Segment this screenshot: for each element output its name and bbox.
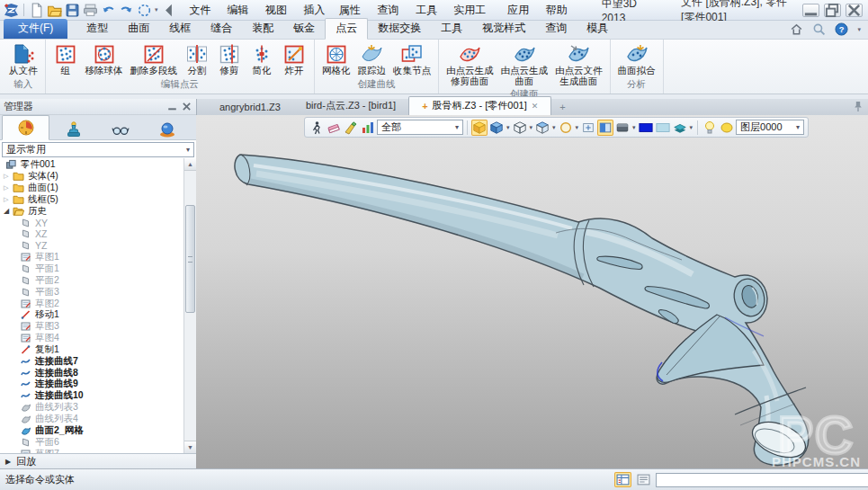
quick-access-dropdown-icon[interactable]: ▾	[155, 6, 158, 13]
ribbon-tab-8[interactable]: 数据交换	[368, 19, 431, 39]
tree-item-6[interactable]: XZ	[0, 228, 196, 240]
replay-section[interactable]: ▶ 回放	[0, 453, 196, 469]
silhouette-button[interactable]	[558, 120, 574, 136]
bulb-button[interactable]	[702, 120, 718, 136]
walkthrough-button[interactable]	[309, 120, 325, 136]
ribbon-tab-10[interactable]: 视觉样式	[472, 19, 535, 39]
paint-button[interactable]	[343, 120, 359, 136]
half-shaded-cube-button[interactable]	[534, 120, 550, 136]
manager-tab-assembly-tab[interactable]	[50, 119, 96, 139]
color-swatch-lightblue-button[interactable]	[655, 120, 671, 136]
ribbon-button-1-4[interactable]: 修剪	[214, 41, 245, 77]
ribbon-tab-11[interactable]: 查询	[535, 19, 577, 39]
ribbon-button-1-3[interactable]: 分割	[182, 41, 212, 77]
tree-item-10[interactable]: 平面2	[0, 274, 196, 286]
tree-item-24[interactable]: 平面6	[0, 436, 196, 448]
chevron-down-icon[interactable]: ▾	[552, 124, 556, 131]
tree-item-15[interactable]: 草图4	[0, 333, 196, 344]
ribbon-button-1-6[interactable]: 炸开	[279, 41, 309, 77]
ribbon-tab-7[interactable]: 点云	[325, 18, 368, 40]
chevron-down-icon[interactable]: ▾	[530, 124, 533, 131]
manager-tab-visibility-tab[interactable]	[97, 119, 143, 139]
tree-item-16[interactable]: 复制1	[0, 344, 196, 356]
tree-item-12[interactable]: 草图2	[0, 298, 196, 309]
ribbon-button-2-1[interactable]: 跟踪边	[355, 41, 389, 77]
collapse-toolbar-icon[interactable]	[161, 3, 176, 18]
help-icon[interactable]: ?	[835, 22, 848, 36]
split-window-button[interactable]	[597, 120, 613, 136]
menu-item-4[interactable]: 属性(A)	[333, 0, 371, 20]
chevron-down-icon[interactable]: ▾	[632, 124, 636, 131]
ribbon-tab-9[interactable]: 工具	[431, 19, 472, 39]
viewport-3d[interactable]: PC PHPCMS.CN	[196, 115, 868, 469]
shaded-cube-button[interactable]	[488, 120, 505, 136]
tree-item-18[interactable]: 连接曲线8	[0, 367, 196, 379]
doc-tab-2[interactable]: +股骨柄.Z3 - [零件001]✕	[408, 96, 551, 115]
ribbon-tab-4[interactable]: 缝合	[201, 19, 242, 39]
quick-access-new-file-icon[interactable]	[29, 3, 44, 18]
tree-item-3[interactable]: ▷线框(5)	[0, 194, 196, 206]
chevron-down-icon[interactable]: ▾	[690, 124, 694, 131]
layer-circle-button[interactable]	[719, 120, 735, 136]
menu-item-8[interactable]: 应用(P)	[501, 0, 540, 20]
close-button[interactable]	[846, 4, 863, 17]
tree-item-22[interactable]: 曲线列表4	[0, 414, 196, 425]
quick-access-selection-filter-icon[interactable]	[137, 3, 152, 18]
color-swatch-blue-button[interactable]	[638, 120, 654, 136]
dark-window-button[interactable]	[614, 120, 631, 136]
chevron-down-icon[interactable]: ▾	[506, 124, 510, 131]
tree-item-5[interactable]: XY	[0, 217, 196, 228]
ribbon-button-1-5[interactable]: 简化	[246, 41, 277, 77]
ribbon-tab-12[interactable]: 模具	[577, 19, 618, 39]
tree-item-9[interactable]: 平面1	[0, 263, 196, 275]
doc-tab-3[interactable]: +	[551, 100, 573, 115]
search-icon[interactable]	[812, 22, 826, 36]
tree-item-20[interactable]: 连接曲线10	[0, 390, 196, 402]
iso-view-button[interactable]	[471, 120, 488, 136]
menu-item-0[interactable]: 文件(F)	[183, 0, 221, 20]
tab-close-icon[interactable]: ✕	[532, 102, 539, 111]
ribbon-button-4-0[interactable]: 曲面拟合	[615, 41, 658, 77]
scroll-up-icon[interactable]: ▲	[184, 158, 196, 171]
zoom-window-button[interactable]	[580, 120, 596, 136]
layer-select[interactable]: 图层0000▾	[736, 120, 804, 135]
tabbar-pin-icon[interactable]	[853, 101, 864, 112]
quick-access-redo-icon[interactable]	[119, 3, 134, 18]
tree-item-13[interactable]: 移动1	[0, 309, 196, 321]
help-dropdown-icon[interactable]: ▾	[857, 26, 861, 33]
entity-filter-select[interactable]: 全部▾	[377, 120, 463, 135]
tree-expand-icon[interactable]: ▷	[4, 173, 13, 180]
doc-tab-1[interactable]: bird-点云.Z3 - [bird1]	[293, 97, 408, 115]
ribbon-button-1-2[interactable]: 删除多段线	[128, 41, 181, 77]
restore-button[interactable]	[824, 4, 841, 17]
command-input[interactable]	[656, 473, 868, 487]
ribbon-button-3-1[interactable]: 由点云生成曲面	[498, 41, 551, 87]
ribbon-button-2-2[interactable]: 收集节点	[390, 41, 434, 77]
tree-item-23[interactable]: 曲面2_网格	[0, 424, 196, 436]
tree-item-2[interactable]: ▷曲面(1)	[0, 183, 196, 194]
ribbon-tab-1[interactable]: 造型	[76, 19, 118, 39]
menu-item-1[interactable]: 编辑(E)	[221, 0, 260, 20]
ribbon-button-1-0[interactable]: 组	[50, 41, 81, 77]
ribbon-button-0-0[interactable]: 从文件	[6, 41, 40, 77]
tree-item-1[interactable]: ▷实体(4)	[0, 171, 196, 183]
ribbon-button-1-1[interactable]: 移除球体	[83, 41, 126, 77]
tree-filter-select[interactable]: 显示常用 ▾	[2, 142, 194, 157]
tree-item-25[interactable]: 草图7	[0, 448, 196, 453]
eraser-button[interactable]	[326, 120, 342, 136]
tree-item-7[interactable]: YZ	[0, 240, 196, 252]
panel-minimize-icon[interactable]	[166, 102, 178, 111]
ribbon-tab-6[interactable]: 钣金	[283, 19, 325, 39]
minimize-button[interactable]	[802, 4, 819, 17]
ribbon-button-3-2[interactable]: 由点云文件生成曲面	[552, 41, 605, 87]
menu-item-7[interactable]: 实用工具(U)	[447, 0, 501, 20]
tree-item-14[interactable]: 草图3	[0, 321, 196, 333]
chart-button[interactable]	[360, 120, 376, 136]
menu-item-5[interactable]: 查询(N)	[371, 0, 409, 20]
menu-item-6[interactable]: 工具(T)	[409, 0, 447, 20]
ribbon-tab-2[interactable]: 曲面	[118, 19, 159, 39]
wireframe-cube-button[interactable]	[512, 120, 528, 136]
ribbon-tab-5[interactable]: 装配	[242, 19, 283, 39]
tree-item-11[interactable]: 平面3	[0, 286, 196, 298]
tree-item-21[interactable]: 曲线列表3	[0, 402, 196, 414]
